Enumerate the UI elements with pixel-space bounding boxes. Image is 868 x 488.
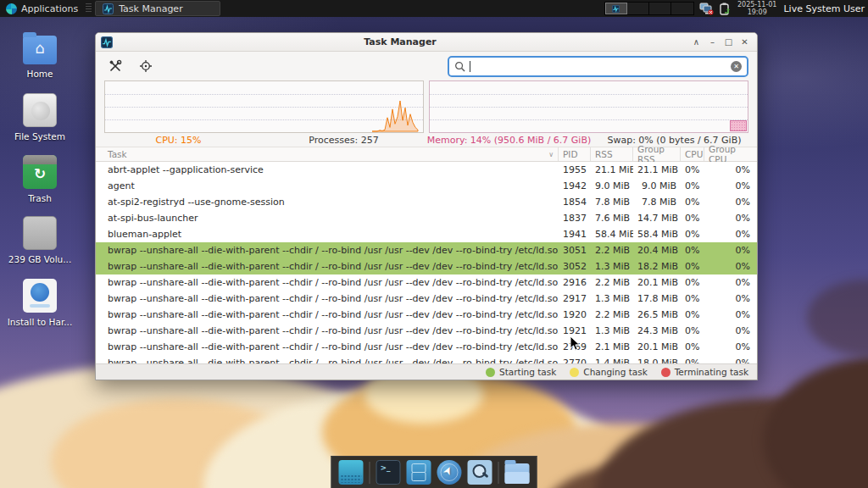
legend-label: Terminating task: [675, 367, 748, 377]
gridline: [430, 94, 748, 95]
cell-group-rss: 14.7 MiB: [633, 213, 681, 224]
legend-dot-icon: [570, 368, 579, 377]
process-row[interactable]: abrt-applet --gapplication-service 1955 …: [96, 162, 757, 178]
cpu-graph: [104, 80, 424, 133]
cell-task: bwrap --unshare-all --die-with-parent --…: [96, 309, 559, 320]
process-row[interactable]: agent 1942 9.0 MiB 9.0 MiB 0% 0%: [96, 178, 757, 194]
window-title: Task Manager: [113, 36, 687, 47]
shade-button[interactable]: ∧: [689, 36, 704, 49]
process-row[interactable]: at-spi2-registryd --use-gnome-session 18…: [96, 194, 757, 210]
cell-task: bwrap --unshare-all --die-with-parent --…: [96, 277, 559, 288]
identify-window-button[interactable]: [135, 56, 157, 76]
file-cabinet-icon[interactable]: [407, 460, 431, 485]
file-manager-icon[interactable]: [505, 463, 530, 484]
desktop: Applications Task Manager: [0, 0, 868, 488]
cell-pid: 1942: [559, 180, 591, 191]
power-manager-icon[interactable]: [719, 3, 731, 15]
search-input[interactable]: ✕: [448, 56, 748, 77]
cell-rss: 1.3 MiB: [591, 325, 633, 336]
process-row[interactable]: bwrap --unshare-all --die-with-parent --…: [96, 307, 757, 323]
cloud-shape: [807, 280, 868, 356]
process-row[interactable]: bwrap --unshare-all --die-with-parent --…: [96, 274, 757, 291]
show-desktop-icon[interactable]: [339, 460, 364, 485]
desktop-icon-filesystem[interactable]: File System: [10, 93, 70, 141]
terminal-icon[interactable]: [376, 460, 401, 485]
workspace-1[interactable]: [605, 3, 627, 14]
legend-dot-icon: [661, 368, 670, 377]
clock-date: 2025-11-01: [737, 1, 777, 8]
process-row[interactable]: bwrap --unshare-all --die-with-parent --…: [96, 323, 757, 339]
cell-task: at-spi2-registryd --use-gnome-session: [96, 197, 559, 208]
cell-rss: 2.2 MiB: [591, 309, 633, 320]
cell-cpu: 0%: [681, 180, 704, 191]
cell-group-cpu: 0%: [704, 261, 757, 272]
column-label: Task: [108, 149, 127, 159]
cell-group-rss: 9.0 MiB: [633, 180, 681, 191]
cell-cpu: 0%: [681, 358, 704, 363]
task-manager-icon: [103, 3, 114, 14]
process-row[interactable]: bwrap --unshare-all --die-with-parent --…: [96, 291, 757, 307]
clock[interactable]: 2025-11-01 19:09: [737, 1, 777, 16]
legend-label: Changing task: [583, 367, 647, 377]
cell-pid: 1854: [559, 197, 591, 208]
desktop-icon-volume[interactable]: 239 GB Volu...: [10, 216, 70, 264]
memory-graph: [429, 80, 748, 133]
cpu-stat-label: CPU: 15%: [96, 135, 261, 146]
cell-task: bwrap --unshare-all --die-with-parent --…: [96, 261, 559, 272]
cell-group-cpu: 0%: [704, 341, 757, 352]
column-header-rss[interactable]: RSS: [591, 147, 633, 161]
workspace-2[interactable]: [627, 3, 649, 14]
legend-item: Terminating task: [661, 367, 748, 377]
panel-drag-handle[interactable]: [86, 3, 92, 14]
cell-cpu: 0%: [681, 197, 704, 208]
cell-group-cpu: 0%: [704, 229, 757, 240]
desktop-icon-label: 239 GB Volu...: [8, 254, 71, 264]
desktop-icon-trash[interactable]: Trash: [10, 155, 70, 203]
cell-cpu: 0%: [681, 261, 704, 272]
desktop-icon-label: Trash: [28, 193, 52, 203]
cell-cpu: 0%: [681, 245, 704, 256]
minimize-button[interactable]: –: [705, 36, 720, 49]
process-row[interactable]: bwrap --unshare-all --die-with-parent --…: [96, 339, 757, 355]
app-finder-icon[interactable]: [468, 460, 492, 485]
process-table: abrt-applet --gapplication-service 1955 …: [96, 162, 757, 363]
cell-group-rss: 18.2 MiB: [633, 261, 681, 272]
column-header-group-rss[interactable]: Group RSS: [633, 147, 681, 161]
cell-group-cpu: 0%: [704, 358, 757, 363]
maximize-button[interactable]: □: [721, 36, 736, 49]
process-row[interactable]: bwrap --unshare-all --die-with-parent --…: [96, 258, 757, 274]
network-offline-icon[interactable]: [699, 3, 714, 15]
clear-search-icon[interactable]: ✕: [731, 61, 742, 72]
titlebar[interactable]: Task Manager ∧ – □ ✕: [96, 33, 757, 52]
cell-rss: 21.1 MiB: [591, 164, 633, 175]
column-header-pid[interactable]: PID: [559, 147, 591, 161]
cell-cpu: 0%: [681, 309, 704, 320]
settings-tools-icon: [108, 59, 122, 73]
desktop-icon-home[interactable]: Home: [10, 32, 70, 79]
session-user-label: Live System User: [783, 3, 865, 14]
process-row[interactable]: at-spi-bus-launcher 1837 7.6 MiB 14.7 Mi…: [96, 210, 757, 226]
settings-tools-button[interactable]: [104, 56, 126, 76]
applications-menu-button[interactable]: Applications: [0, 0, 84, 17]
cell-group-rss: 24.3 MiB: [633, 325, 681, 336]
column-header-cpu[interactable]: CPU: [681, 147, 704, 161]
gridline: [430, 107, 748, 108]
desktop-icon-label: Home: [26, 69, 53, 79]
workspace-3[interactable]: [649, 3, 671, 14]
process-row[interactable]: bwrap --unshare-all --die-with-parent --…: [96, 242, 757, 258]
workspace-4[interactable]: [671, 3, 693, 14]
process-row[interactable]: blueman-applet 1941 58.4 MiB 58.4 MiB 0%…: [96, 226, 757, 242]
taskbar-window-button[interactable]: Task Manager: [95, 1, 220, 16]
process-row[interactable]: bwrap --unshare-all --die-with-parent --…: [96, 355, 757, 363]
cell-group-cpu: 0%: [704, 325, 757, 336]
close-button[interactable]: ✕: [737, 36, 752, 49]
cell-cpu: 0%: [681, 341, 704, 352]
column-header-group-cpu[interactable]: Group CPU: [704, 147, 757, 161]
web-browser-icon[interactable]: [437, 460, 462, 485]
desktop-icon-installer[interactable]: Install to Har...: [10, 279, 70, 327]
cell-group-rss: 17.8 MiB: [633, 293, 681, 304]
cell-cpu: 0%: [681, 293, 704, 304]
cell-pid: 2917: [559, 293, 591, 304]
cell-pid: 1837: [559, 213, 591, 224]
column-header-task[interactable]: Task ∨: [96, 147, 559, 161]
